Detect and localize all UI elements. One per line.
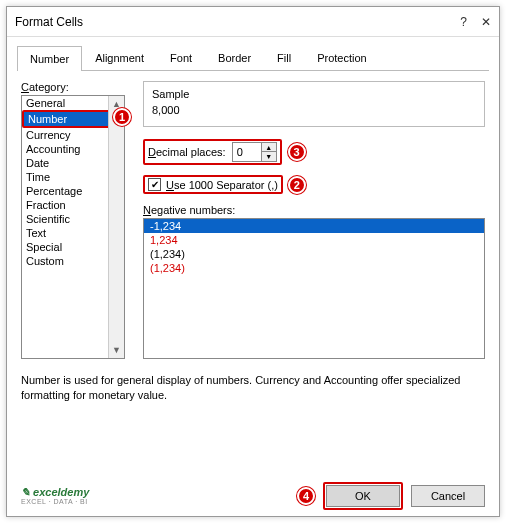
sample-value: 8,000 [152, 104, 476, 116]
cancel-button[interactable]: Cancel [411, 485, 485, 507]
category-scrollbar[interactable]: ▲ ▼ [108, 96, 124, 358]
separator-checkbox[interactable]: ✔ [148, 178, 161, 191]
negative-listbox[interactable]: -1,234 1,234 (1,234) (1,234) [143, 218, 485, 359]
negative-item-3[interactable]: (1,234) [144, 261, 484, 275]
dialog-title: Format Cells [15, 15, 83, 29]
scroll-down-icon[interactable]: ▼ [112, 342, 121, 358]
callout-3: 3 [288, 143, 306, 161]
callout-1: 1 [113, 108, 131, 126]
category-item-number-label: Number [28, 113, 67, 125]
tab-content: Category: General Number Currency Accoun… [7, 71, 499, 472]
sample-label: Sample [152, 88, 476, 100]
negative-label: Negative numbers: [143, 204, 485, 216]
spinner-down-icon[interactable]: ▼ [262, 152, 276, 161]
separator-row: ✔ Use 1000 Separator (,) 2 [143, 175, 485, 194]
tab-protection[interactable]: Protection [304, 45, 380, 70]
description-text: Number is used for general display of nu… [21, 373, 485, 404]
category-column: Category: General Number Currency Accoun… [21, 81, 125, 359]
close-icon[interactable]: ✕ [481, 15, 491, 29]
callout-4: 4 [297, 487, 315, 505]
negative-item-2[interactable]: (1,234) [144, 247, 484, 261]
decimal-row: Decimal places: ▲ ▼ 3 [143, 139, 485, 165]
decimal-spinner[interactable]: ▲ ▼ [232, 142, 277, 162]
decimal-label: Decimal places: [148, 146, 226, 158]
button-row: ✎ exceldemy EXCEL · DATA · BI 4 OK Cance… [7, 472, 499, 516]
exceldemy-logo: ✎ exceldemy EXCEL · DATA · BI [7, 487, 89, 505]
category-listbox[interactable]: General Number Currency Accounting Date … [21, 95, 125, 359]
help-icon[interactable]: ? [460, 15, 467, 29]
tab-fill[interactable]: Fill [264, 45, 304, 70]
decimal-group: Decimal places: ▲ ▼ [143, 139, 282, 165]
options-column: Sample 8,000 Decimal places: ▲ ▼ [143, 81, 485, 359]
format-cells-dialog: Format Cells ? ✕ Number Alignment Font B… [6, 6, 500, 517]
tab-alignment[interactable]: Alignment [82, 45, 157, 70]
tab-number[interactable]: Number [17, 46, 82, 71]
negative-item-1[interactable]: 1,234 [144, 233, 484, 247]
window-controls: ? ✕ [460, 15, 491, 29]
tab-font[interactable]: Font [157, 45, 205, 70]
tab-border[interactable]: Border [205, 45, 264, 70]
spinner-up-icon[interactable]: ▲ [262, 143, 276, 152]
tabstrip: Number Alignment Font Border Fill Protec… [17, 45, 489, 71]
negative-item-0[interactable]: -1,234 [144, 219, 484, 233]
callout-2: 2 [288, 176, 306, 194]
separator-label[interactable]: Use 1000 Separator (,) [166, 179, 278, 191]
titlebar: Format Cells ? ✕ [7, 7, 499, 37]
sample-box: Sample 8,000 [143, 81, 485, 127]
decimal-input[interactable] [233, 143, 261, 161]
ok-button[interactable]: OK [326, 485, 400, 507]
category-label: Category: [21, 81, 125, 93]
